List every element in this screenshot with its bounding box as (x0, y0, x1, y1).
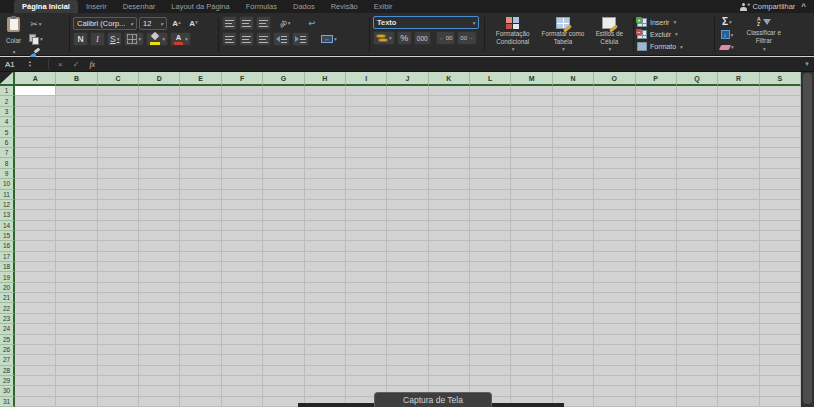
cell-B19[interactable] (56, 272, 97, 282)
cell-C15[interactable] (98, 231, 139, 241)
cell-N26[interactable] (553, 345, 594, 355)
cell-D20[interactable] (139, 283, 180, 293)
cell-R17[interactable] (718, 252, 759, 262)
cell-C16[interactable] (98, 241, 139, 251)
cell-P21[interactable] (636, 293, 677, 303)
cell-L8[interactable] (470, 158, 511, 168)
cell-E8[interactable] (180, 158, 221, 168)
cell-Q16[interactable] (677, 241, 718, 251)
cell-Q26[interactable] (677, 345, 718, 355)
cell-R7[interactable] (718, 148, 759, 158)
enter-button[interactable]: ✓ (68, 60, 85, 69)
cell-O13[interactable] (594, 210, 635, 220)
cell-A31[interactable] (15, 397, 56, 407)
cell-R9[interactable] (718, 169, 759, 179)
column-header-L[interactable]: L (470, 72, 511, 86)
cell-O31[interactable] (594, 397, 635, 407)
cell-I15[interactable] (346, 231, 387, 241)
cell-L19[interactable] (470, 272, 511, 282)
cell-H2[interactable] (305, 96, 346, 106)
cell-S9[interactable] (760, 169, 801, 179)
cell-E25[interactable] (180, 335, 221, 345)
cell-J11[interactable] (387, 190, 428, 200)
cell-B15[interactable] (56, 231, 97, 241)
cell-B12[interactable] (56, 200, 97, 210)
cell-P6[interactable] (636, 138, 677, 148)
cell-F23[interactable] (222, 314, 263, 324)
row-header-31[interactable]: 31 (0, 397, 15, 407)
cell-S27[interactable] (760, 355, 801, 365)
cell-L3[interactable] (470, 107, 511, 117)
column-header-F[interactable]: F (222, 72, 263, 86)
cell-H12[interactable] (305, 200, 346, 210)
cell-G7[interactable] (263, 148, 304, 158)
cell-L11[interactable] (470, 190, 511, 200)
cell-S5[interactable] (760, 127, 801, 137)
cell-M16[interactable] (511, 241, 552, 251)
format-cells-button[interactable]: Formato (637, 41, 711, 53)
cell-F14[interactable] (222, 221, 263, 231)
cell-K19[interactable] (429, 272, 470, 282)
cell-E18[interactable] (180, 262, 221, 272)
cell-J13[interactable] (387, 210, 428, 220)
cell-K14[interactable] (429, 221, 470, 231)
cell-M4[interactable] (511, 117, 552, 127)
cell-S12[interactable] (760, 200, 801, 210)
cell-E31[interactable] (180, 397, 221, 407)
cell-M23[interactable] (511, 314, 552, 324)
cell-B25[interactable] (56, 335, 97, 345)
insert-cells-button[interactable]: + Inserir (637, 16, 711, 28)
cell-F5[interactable] (222, 127, 263, 137)
cell-C7[interactable] (98, 148, 139, 158)
row-header-26[interactable]: 26 (0, 345, 15, 355)
cell-O5[interactable] (594, 127, 635, 137)
cell-F9[interactable] (222, 169, 263, 179)
cell-D6[interactable] (139, 138, 180, 148)
cell-K20[interactable] (429, 283, 470, 293)
cell-H9[interactable] (305, 169, 346, 179)
cell-A24[interactable] (15, 324, 56, 334)
cell-I21[interactable] (346, 293, 387, 303)
cell-C27[interactable] (98, 355, 139, 365)
cell-A8[interactable] (15, 158, 56, 168)
cell-K29[interactable] (429, 376, 470, 386)
cell-I27[interactable] (346, 355, 387, 365)
row-header-28[interactable]: 28 (0, 366, 15, 376)
cell-G30[interactable] (263, 386, 304, 396)
cell-E6[interactable] (180, 138, 221, 148)
cell-L21[interactable] (470, 293, 511, 303)
cell-H19[interactable] (305, 272, 346, 282)
cell-I16[interactable] (346, 241, 387, 251)
copy-button[interactable] (27, 32, 45, 46)
cell-Q30[interactable] (677, 386, 718, 396)
cell-A4[interactable] (15, 117, 56, 127)
cell-R29[interactable] (718, 376, 759, 386)
cell-L2[interactable] (470, 96, 511, 106)
row-header-29[interactable]: 29 (0, 376, 15, 386)
cell-R2[interactable] (718, 96, 759, 106)
cell-C29[interactable] (98, 376, 139, 386)
cell-B2[interactable] (56, 96, 97, 106)
fill-down-button[interactable]: ↓ (718, 29, 736, 41)
cell-G11[interactable] (263, 190, 304, 200)
cell-C5[interactable] (98, 127, 139, 137)
cell-H18[interactable] (305, 262, 346, 272)
cell-Q1[interactable] (677, 86, 718, 96)
cell-Q3[interactable] (677, 107, 718, 117)
cell-O9[interactable] (594, 169, 635, 179)
cell-N16[interactable] (553, 241, 594, 251)
cell-G5[interactable] (263, 127, 304, 137)
cell-E19[interactable] (180, 272, 221, 282)
cell-I12[interactable] (346, 200, 387, 210)
cell-N21[interactable] (553, 293, 594, 303)
cell-B14[interactable] (56, 221, 97, 231)
cell-C1[interactable] (98, 86, 139, 96)
cell-E12[interactable] (180, 200, 221, 210)
cell-D14[interactable] (139, 221, 180, 231)
cell-A30[interactable] (15, 386, 56, 396)
cell-Q17[interactable] (677, 252, 718, 262)
cell-J26[interactable] (387, 345, 428, 355)
cell-O30[interactable] (594, 386, 635, 396)
cell-C3[interactable] (98, 107, 139, 117)
cell-E29[interactable] (180, 376, 221, 386)
